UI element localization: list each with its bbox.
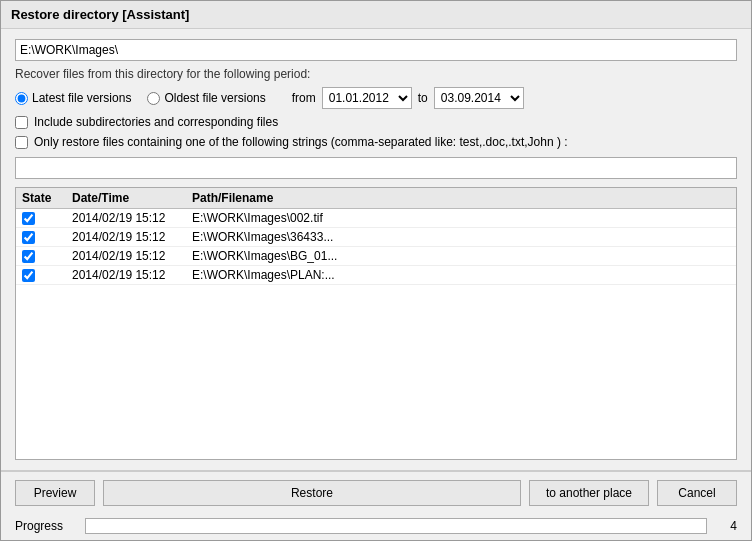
recover-label: Recover files from this directory for th… — [15, 67, 737, 81]
latest-radio[interactable] — [15, 92, 28, 105]
row-checkbox[interactable] — [22, 250, 35, 263]
from-label: from — [292, 91, 316, 105]
progress-label: Progress — [15, 519, 75, 533]
row-path: E:\WORK\Images\BG_01... — [192, 249, 730, 263]
subdirs-row: Include subdirectories and corresponding… — [15, 115, 737, 129]
col-header-state: State — [22, 191, 72, 205]
restore-button[interactable]: Restore — [103, 480, 521, 506]
row-checkbox-cell — [22, 269, 72, 282]
row-checkbox[interactable] — [22, 212, 35, 225]
date-range: from 01.01.2012 to 03.09.2014 — [292, 87, 524, 109]
table-body: 2014/02/19 15:12 E:\WORK\Images\002.tif … — [16, 209, 736, 285]
row-datetime: 2014/02/19 15:12 — [72, 268, 192, 282]
radio-row: Latest file versions Oldest file version… — [15, 87, 737, 109]
progress-row: Progress 4 — [1, 514, 751, 540]
row-datetime: 2014/02/19 15:12 — [72, 211, 192, 225]
table-row: 2014/02/19 15:12 E:\WORK\Images\BG_01... — [16, 247, 736, 266]
row-datetime: 2014/02/19 15:12 — [72, 249, 192, 263]
progress-count: 4 — [717, 519, 737, 533]
footer-buttons: Preview Restore to another place Cancel — [1, 471, 751, 514]
title-bar: Restore directory [Assistant] — [1, 1, 751, 29]
progress-bar — [85, 518, 707, 534]
col-header-path: Path/Filename — [192, 191, 730, 205]
row-checkbox-cell — [22, 212, 72, 225]
subdirs-checkbox[interactable] — [15, 116, 28, 129]
footer-area: Preview Restore to another place Cancel … — [1, 470, 751, 540]
oldest-label[interactable]: Oldest file versions — [164, 91, 265, 105]
table-row: 2014/02/19 15:12 E:\WORK\Images\PLAN:... — [16, 266, 736, 285]
from-date-select[interactable]: 01.01.2012 — [322, 87, 412, 109]
content-area: Recover files from this directory for th… — [1, 29, 751, 470]
strings-label[interactable]: Only restore files containing one of the… — [34, 135, 568, 149]
subdirs-label[interactable]: Include subdirectories and corresponding… — [34, 115, 278, 129]
window-title: Restore directory [Assistant] — [11, 7, 189, 22]
table-row: 2014/02/19 15:12 E:\WORK\Images\36433... — [16, 228, 736, 247]
cancel-button[interactable]: Cancel — [657, 480, 737, 506]
table-row: 2014/02/19 15:12 E:\WORK\Images\002.tif — [16, 209, 736, 228]
main-window: Restore directory [Assistant] Recover fi… — [0, 0, 752, 541]
table-header: State Date/Time Path/Filename — [16, 188, 736, 209]
restore-another-button[interactable]: to another place — [529, 480, 649, 506]
strings-checkbox[interactable] — [15, 136, 28, 149]
strings-input[interactable] — [15, 157, 737, 179]
to-date-select[interactable]: 03.09.2014 — [434, 87, 524, 109]
directory-path-input[interactable] — [15, 39, 737, 61]
row-checkbox[interactable] — [22, 231, 35, 244]
latest-radio-group: Latest file versions — [15, 91, 131, 105]
strings-row: Only restore files containing one of the… — [15, 135, 737, 149]
row-path: E:\WORK\Images\PLAN:... — [192, 268, 730, 282]
row-checkbox[interactable] — [22, 269, 35, 282]
files-table: State Date/Time Path/Filename 2014/02/19… — [15, 187, 737, 460]
oldest-radio-group: Oldest file versions — [147, 91, 265, 105]
row-datetime: 2014/02/19 15:12 — [72, 230, 192, 244]
row-checkbox-cell — [22, 231, 72, 244]
preview-button[interactable]: Preview — [15, 480, 95, 506]
row-path: E:\WORK\Images\002.tif — [192, 211, 730, 225]
row-checkbox-cell — [22, 250, 72, 263]
row-path: E:\WORK\Images\36433... — [192, 230, 730, 244]
col-header-datetime: Date/Time — [72, 191, 192, 205]
latest-label[interactable]: Latest file versions — [32, 91, 131, 105]
to-label: to — [418, 91, 428, 105]
oldest-radio[interactable] — [147, 92, 160, 105]
